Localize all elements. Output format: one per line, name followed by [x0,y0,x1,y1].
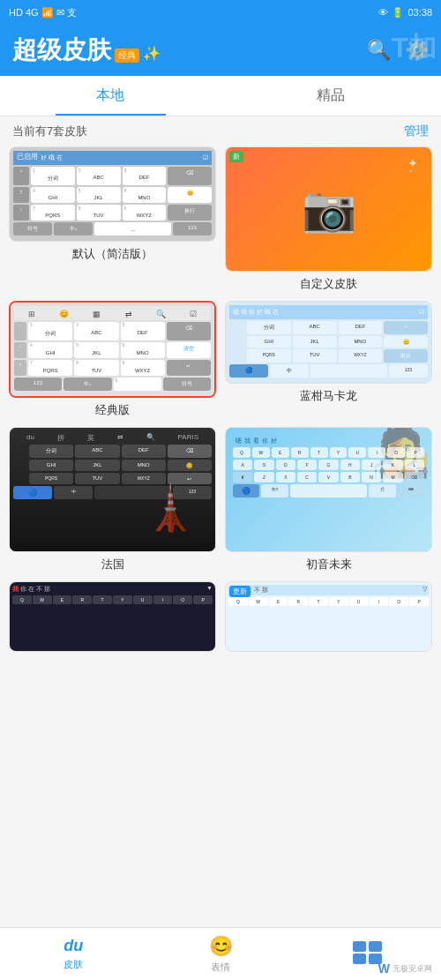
skin-preview-france: 🗼 du 拼 英 ⇄ 🔍 PARIS 分词 [9,427,216,552]
search-button[interactable]: 🔍 [367,39,391,62]
title-decoration: ✨ [143,45,161,62]
skin-nav-icon: du [64,937,83,955]
svg-rect-2 [353,954,366,964]
skin-count: 当前有7套皮肤 [12,123,87,139]
skin-item-miku[interactable]: 🧑‍🎤 嗯我看你好 Q W E R T Y U [225,427,432,572]
nav-label-skin: 皮肤 [64,958,83,971]
dot-icon: • [409,167,412,175]
skin-item-dark-qwerty[interactable]: 我 你 在 不 那 ▼ QWERTYUIOP [9,581,216,656]
status-battery: 🔋 [392,7,404,19]
emoji-nav-icon: 😊 [209,935,233,958]
skin-label-classic: 经典版 [95,402,130,418]
tab-bar: 本地 精品 [0,76,441,116]
custom-skin-bg: 新 📷 ✦ • [226,147,431,271]
header-icons: 🔍 ⚙️ [367,39,429,62]
skin-preview-classic: ⊞ 😊 ▦ ⇄ 🔍 ☑ ' 1分词 2ABC 3DEF ⌫ [9,301,216,398]
tab-local[interactable]: 本地 [0,76,220,116]
light-keyboard: 我 你 在 不 那 ▽ QWERTYUIOP [226,582,431,651]
status-eye: 👁 [378,7,388,18]
skin-preview-miku: 🧑‍🎤 嗯我看你好 Q W E R T Y U [225,427,432,552]
skin-item-custom[interactable]: 新 📷 ✦ • 自定义皮肤 [225,146,432,292]
in-use-badge: 已启用 [13,151,41,162]
skin-label-macaroon: 蓝柑马卡龙 [300,388,357,404]
svg-rect-1 [369,941,382,952]
skin-label-miku: 初音未来 [306,557,352,572]
toolbar: 当前有7套皮肤 管理 [0,116,441,146]
svg-rect-0 [353,941,366,952]
logo-w-icon: W [378,961,390,976]
status-icons: ✉ 支 [56,6,77,19]
content-area: 当前有7套皮肤 管理 已启用 嗯 我 你 好 哦 在 ☑ * 1分词 2ABC [0,116,441,722]
skin-item-macaroon[interactable]: 嗯 我 你 好 哦 在 ☑ 分词 ABC DEF ← GHI JKL [225,301,432,418]
skin-item-light-qwerty[interactable]: 更新 我 你 在 不 那 ▽ QWERTYUIOP [225,581,432,656]
skin-grid: 已启用 嗯 我 你 好 哦 在 ☑ * 1分词 2ABC 3DEF ⌫ [0,146,441,581]
skin-item-default[interactable]: 已启用 嗯 我 你 好 哦 在 ☑ * 1分词 2ABC 3DEF ⌫ [9,146,216,292]
skin-bottom-row: 我 你 在 不 那 ▼ QWERTYUIOP 更新 我 你 在 不 [0,581,441,665]
skin-label-custom: 自定义皮肤 [300,276,357,292]
status-bar: HD 4G 📶 ✉ 支 👁 🔋 03:38 [0,0,441,25]
skin-label-default: 默认（简洁版） [72,246,153,262]
app-title: 超级皮肤 [12,34,111,67]
skin-preview-light-qwerty: 更新 我 你 在 不 那 ▽ QWERTYUIOP [225,581,432,652]
search-icon: 🔍 [367,39,391,62]
update-badge: 更新 [229,586,250,597]
skin-preview-macaroon: 嗯 我 你 好 哦 在 ☑ 分词 ABC DEF ← GHI JKL [225,301,432,384]
skin-preview-dark-qwerty: 我 你 在 不 那 ▼ QWERTYUIOP [9,581,216,652]
header: 超级皮肤 经典 ✨ 🔍 ⚙️ T加 [0,25,441,76]
skin-preview-default: 已启用 嗯 我 你 好 哦 在 ☑ * 1分词 2ABC 3DEF ⌫ [9,146,216,242]
app-title-badge: 经典 [115,49,139,63]
nav-label-emoji: 表情 [211,961,230,974]
status-signal: 4G [26,7,39,18]
skin-preview-custom: 新 📷 ✦ • [225,146,432,272]
skin-item-france[interactable]: 🗼 du 拼 英 ⇄ 🔍 PARIS 分词 [9,427,216,572]
tab-premium[interactable]: 精品 [220,76,441,116]
new-badge: 新 [229,151,243,162]
skin-label-france: 法国 [101,557,124,572]
status-time: 03:38 [407,7,432,18]
status-wifi: 📶 [41,7,54,19]
header-title-group: 超级皮肤 经典 ✨ [12,34,161,67]
camera-icon: 📷 [302,183,356,235]
miku-keyboard: 🧑‍🎤 嗯我看你好 Q W E R T Y U [226,428,431,551]
status-hd: HD [9,7,23,18]
dark-keyboard: 我 你 在 不 那 ▼ QWERTYUIOP [10,582,215,651]
skin-item-classic[interactable]: ⊞ 😊 ▦ ⇄ 🔍 ☑ ' 1分词 2ABC 3DEF ⌫ [9,301,216,418]
status-left: HD 4G 📶 ✉ 支 [9,6,77,19]
nav-item-skin[interactable]: du 皮肤 [0,928,147,980]
france-keyboard: 🗼 du 拼 英 ⇄ 🔍 PARIS 分词 [10,428,215,551]
manage-button[interactable]: 管理 [404,123,429,139]
settings-button[interactable]: ⚙️ [405,39,429,62]
watermark-logo: W 无极安卓网 [378,961,432,976]
settings-icon: ⚙️ [405,39,429,62]
nav-item-emoji[interactable]: 😊 表情 [147,928,295,980]
status-right: 👁 🔋 03:38 [378,7,432,19]
bottom-nav: du 皮肤 😊 表情 W 无极安卓网 [0,927,441,980]
